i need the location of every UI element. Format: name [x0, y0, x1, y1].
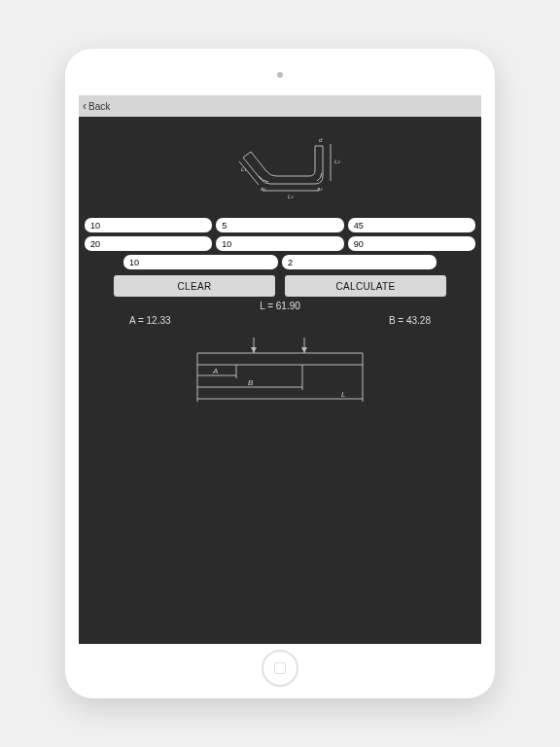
result-B: B = 43.28 — [389, 315, 431, 326]
tablet-frame: ‹ Back — [65, 49, 495, 698]
result-L: L = 61.90 — [85, 301, 475, 311]
label-L3: L₃ — [334, 159, 340, 164]
input-r1c3[interactable] — [348, 218, 475, 232]
input-r1c1[interactable] — [85, 218, 212, 232]
content-area: L₁ L₂ L₃ a₁ a₂ d — [79, 117, 481, 644]
input-r1c2[interactable] — [216, 218, 343, 232]
tablet-home-button[interactable] — [262, 650, 298, 687]
label-L1: L₁ — [241, 166, 247, 172]
clear-button[interactable]: CLEAR — [114, 275, 275, 297]
app-screen: ‹ Back — [79, 95, 481, 644]
tablet-camera — [277, 72, 283, 78]
label-A: A — [212, 367, 218, 375]
label-B: B — [248, 378, 254, 387]
input-r3c2[interactable] — [282, 255, 437, 269]
input-r2c2[interactable] — [216, 236, 343, 251]
calculate-button[interactable]: CALCULATE — [285, 275, 446, 297]
svg-line-1 — [243, 152, 251, 158]
input-r3c1[interactable] — [123, 255, 278, 269]
chevron-left-icon: ‹ — [83, 100, 87, 112]
label-L: L — [341, 390, 345, 399]
input-r2c1[interactable] — [85, 236, 212, 251]
label-d: d — [319, 137, 323, 143]
input-row-2 — [85, 236, 475, 251]
button-row: CLEAR CALCULATE — [85, 275, 475, 297]
back-button[interactable]: ‹ Back — [79, 95, 481, 117]
input-row-1 — [85, 218, 475, 232]
result-AB-row: A = 12.33 B = 43.28 — [85, 315, 475, 326]
svg-marker-9 — [301, 347, 307, 353]
svg-marker-8 — [251, 347, 257, 353]
label-a2: a₂ — [317, 186, 323, 192]
layout-diagram: A B L — [85, 332, 475, 415]
input-row-3 — [85, 255, 475, 269]
svg-rect-5 — [197, 353, 363, 365]
input-r2c3[interactable] — [348, 236, 475, 251]
result-A: A = 12.33 — [129, 315, 171, 326]
label-L2: L₂ — [288, 194, 294, 199]
bend-diagram: L₁ L₂ L₃ a₁ a₂ d — [85, 123, 475, 214]
back-label: Back — [88, 101, 110, 112]
home-icon — [274, 662, 286, 674]
